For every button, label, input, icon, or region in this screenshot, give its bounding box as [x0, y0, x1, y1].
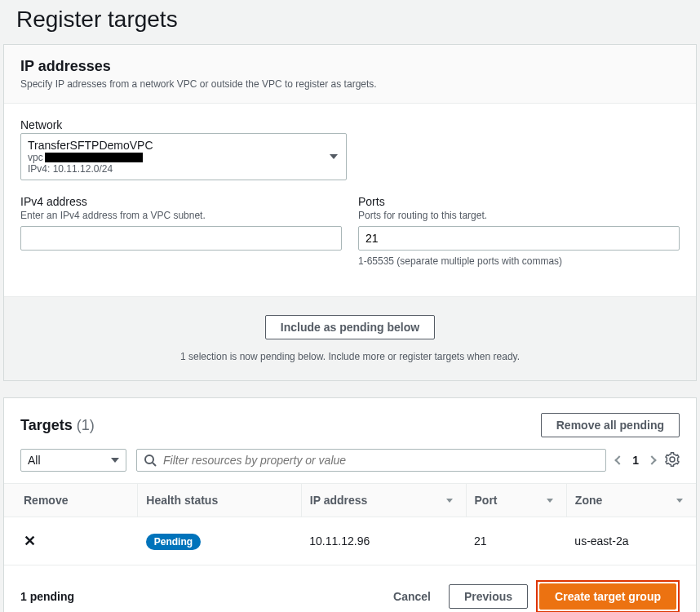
col-health: Health status [138, 484, 302, 517]
primary-highlight: Create target group [536, 580, 680, 612]
ip-addresses-panel: IP addresses Specify IP adresses from a … [3, 44, 697, 381]
col-remove: Remove [4, 484, 138, 517]
network-cidr: IPv4: 10.11.12.0/24 [28, 163, 321, 175]
ip-panel-title: IP addresses [20, 58, 680, 75]
svg-line-1 [153, 463, 156, 466]
table-row: ✕ Pending 10.11.12.96 21 us-east-2a [4, 517, 696, 565]
ipv4-input[interactable] [20, 226, 342, 251]
sort-icon [446, 499, 453, 503]
ports-hint: Ports for routing to this target. [358, 210, 680, 221]
remove-all-pending-button[interactable]: Remove all pending [541, 413, 680, 437]
targets-panel: Targets (1) Remove all pending All 1 Rem… [3, 397, 697, 612]
ipv4-label: IPv4 address [20, 195, 342, 208]
ports-label: Ports [358, 195, 680, 208]
pagination: 1 [616, 454, 655, 467]
cancel-button[interactable]: Cancel [383, 585, 441, 608]
page-number: 1 [632, 454, 639, 467]
ports-input[interactable] [358, 226, 680, 251]
ports-range-hint: 1-65535 (separate multiple ports with co… [358, 255, 680, 267]
sort-icon [547, 499, 553, 503]
row-ip: 10.11.12.96 [301, 517, 466, 565]
page-title: Register targets [0, 0, 700, 44]
svg-point-0 [145, 455, 153, 463]
ip-panel-desc: Specify IP adresses from a network VPC o… [20, 78, 680, 90]
search-input[interactable] [163, 454, 599, 467]
include-pending-button[interactable]: Include as pending below [265, 315, 435, 339]
prev-page-icon[interactable] [615, 455, 624, 464]
network-name: TransferSFTPDemoVPC [28, 139, 321, 152]
include-hint: 1 selection is now pending below. Includ… [4, 351, 696, 362]
create-target-group-button[interactable]: Create target group [539, 583, 676, 610]
network-dropdown[interactable]: TransferSFTPDemoVPC vpc IPv4: 10.11.12.0… [20, 133, 347, 180]
network-vpc-id: vpc [28, 152, 321, 163]
row-zone: us-east-2a [566, 517, 696, 565]
remove-row-icon[interactable]: ✕ [24, 533, 36, 549]
col-port[interactable]: Port [466, 484, 566, 517]
chevron-down-icon [111, 458, 119, 463]
row-port: 21 [466, 517, 566, 565]
search-input-wrap[interactable] [136, 449, 606, 472]
targets-table: Remove Health status IP address Port Zon… [4, 483, 696, 565]
col-ip[interactable]: IP address [301, 484, 466, 517]
network-label: Network [20, 118, 680, 131]
next-page-icon[interactable] [647, 455, 656, 464]
targets-count: (1) [77, 417, 95, 433]
col-zone[interactable]: Zone [566, 484, 696, 517]
pending-count: 1 pending [20, 590, 74, 603]
previous-button[interactable]: Previous [449, 584, 528, 609]
gear-icon[interactable] [665, 452, 680, 469]
chevron-down-icon [330, 154, 338, 159]
sort-icon [676, 499, 683, 503]
targets-title: Targets (1) [20, 417, 95, 434]
redacted-vpc-id [45, 153, 143, 162]
ipv4-hint: Enter an IPv4 address from a VPC subnet. [20, 210, 342, 221]
search-icon [144, 454, 157, 467]
filter-dropdown[interactable]: All [20, 449, 126, 472]
status-badge: Pending [146, 534, 201, 550]
